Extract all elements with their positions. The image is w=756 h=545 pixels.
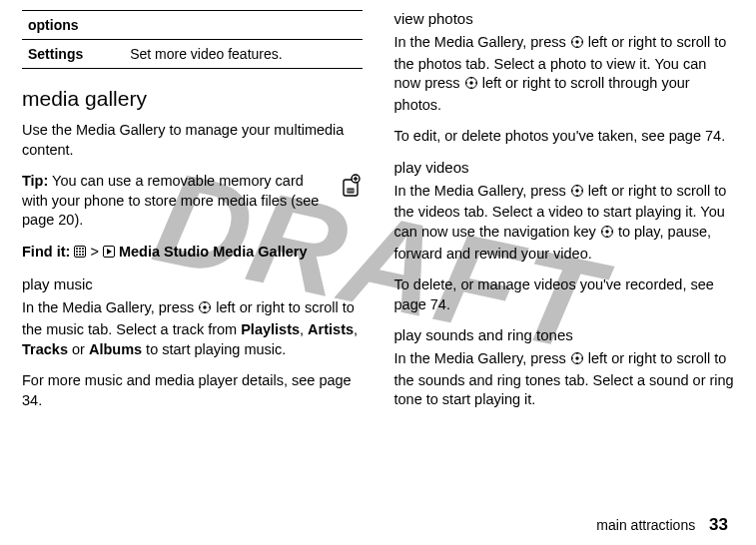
- svg-point-52: [581, 357, 583, 359]
- svg-point-19: [204, 302, 206, 304]
- vp-text-a: In the Media Gallery, press: [394, 34, 570, 50]
- options-table: options Settings Set more video features…: [22, 10, 363, 69]
- play-videos-para2: To delete, or manage videos you've recor…: [394, 275, 735, 314]
- svg-rect-4: [348, 189, 354, 193]
- svg-point-12: [82, 251, 84, 253]
- section-heading-media-gallery: media gallery: [22, 87, 363, 111]
- svg-point-34: [475, 82, 477, 84]
- find-it-label: Find it:: [22, 244, 70, 260]
- svg-point-44: [606, 236, 608, 238]
- table-row: Settings Set more video features.: [22, 40, 363, 69]
- svg-point-7: [76, 248, 78, 250]
- left-column: options Settings Set more video features…: [22, 10, 363, 422]
- play-sounds-para: In the Media Gallery, press left or righ…: [394, 349, 735, 410]
- svg-point-42: [605, 230, 608, 233]
- tracks-label: Tracks: [22, 341, 68, 357]
- svg-point-25: [576, 37, 578, 39]
- svg-point-13: [76, 254, 78, 256]
- gt1: >: [90, 244, 103, 260]
- svg-point-36: [575, 189, 578, 192]
- nav-key-icon: [570, 35, 584, 55]
- svg-point-28: [581, 41, 583, 43]
- tip-row: Tip: You can use a removable memory card…: [22, 172, 363, 231]
- artists-label: Artists: [308, 321, 354, 337]
- page-footer: main attractions 33: [596, 515, 728, 535]
- svg-point-18: [204, 306, 207, 309]
- tip-body: You can use a removable memory card with…: [22, 173, 319, 228]
- svg-point-39: [571, 190, 573, 192]
- tip-text: Tip: You can use a removable memory card…: [22, 172, 331, 231]
- view-photos-para2: To edit, or delete photos you've taken, …: [394, 127, 735, 147]
- svg-point-22: [209, 307, 211, 309]
- svg-marker-16: [107, 249, 112, 255]
- view-photos-para1: In the Media Gallery, press left or righ…: [394, 33, 735, 115]
- comma2: ,: [354, 321, 358, 337]
- svg-point-43: [606, 226, 608, 228]
- memory-card-icon: [339, 174, 363, 204]
- nav-key-icon: [570, 351, 584, 371]
- find-it-line: Find it: > Media Studio Media Gallery: [22, 243, 363, 263]
- page-number: 33: [709, 515, 728, 534]
- table-header-row: options: [22, 11, 363, 40]
- svg-point-9: [82, 248, 84, 250]
- media-gallery-intro: Use the Media Gallery to manage your mul…: [22, 121, 363, 160]
- more-music-para: For more music and media player details,…: [22, 371, 363, 410]
- svg-point-40: [581, 190, 583, 192]
- or-word: or: [68, 341, 89, 357]
- svg-point-24: [575, 40, 578, 43]
- subheading-play-videos: play videos: [394, 159, 735, 176]
- svg-point-26: [576, 46, 578, 48]
- svg-point-15: [82, 254, 84, 256]
- menu-icon: [74, 246, 86, 258]
- svg-point-27: [571, 41, 573, 43]
- svg-point-21: [200, 307, 202, 309]
- pv-text-a: In the Media Gallery, press: [394, 183, 570, 199]
- settings-label-cell: Settings: [22, 40, 124, 69]
- ps-text-a: In the Media Gallery, press: [394, 350, 570, 366]
- svg-point-49: [576, 353, 578, 355]
- svg-point-45: [601, 231, 603, 233]
- svg-point-8: [79, 248, 81, 250]
- playlists-label: Playlists: [241, 321, 300, 337]
- svg-point-33: [465, 82, 467, 84]
- nav-key-icon: [198, 300, 212, 320]
- svg-point-30: [469, 81, 472, 84]
- svg-point-48: [575, 356, 578, 359]
- svg-point-11: [79, 251, 81, 253]
- nav-key-icon: [570, 184, 584, 204]
- play-icon: [103, 246, 115, 258]
- play-music-para: In the Media Gallery, press left or righ…: [22, 298, 363, 359]
- page-columns: options Settings Set more video features…: [22, 10, 734, 422]
- albums-label: Albums: [89, 341, 142, 357]
- pm-text-1: In the Media Gallery, press: [22, 299, 198, 315]
- nav-key-icon: [600, 225, 614, 245]
- nav-key-icon: [464, 76, 478, 96]
- pm-text-3: to start playing music.: [142, 341, 286, 357]
- tip-label: Tip:: [22, 173, 48, 189]
- svg-point-32: [470, 87, 472, 89]
- comma1: ,: [300, 321, 308, 337]
- svg-point-14: [79, 254, 81, 256]
- svg-point-38: [576, 195, 578, 197]
- media-gallery-label: Media Gallery: [213, 244, 307, 260]
- svg-point-20: [204, 311, 206, 313]
- right-column: view photos In the Media Gallery, press …: [394, 10, 735, 422]
- media-studio-label: Media Studio: [119, 244, 209, 260]
- subheading-play-sounds: play sounds and ring tones: [394, 326, 735, 343]
- play-videos-para1: In the Media Gallery, press left or righ…: [394, 182, 735, 264]
- subheading-play-music: play music: [22, 275, 363, 292]
- footer-label: main attractions: [596, 517, 695, 533]
- svg-point-50: [576, 362, 578, 364]
- svg-point-31: [470, 78, 472, 80]
- svg-point-37: [576, 185, 578, 187]
- settings-desc-cell: Set more video features.: [124, 40, 362, 69]
- options-header: options: [22, 11, 363, 40]
- svg-point-51: [571, 357, 573, 359]
- subheading-view-photos: view photos: [394, 10, 735, 27]
- svg-point-10: [76, 251, 78, 253]
- svg-point-46: [611, 231, 613, 233]
